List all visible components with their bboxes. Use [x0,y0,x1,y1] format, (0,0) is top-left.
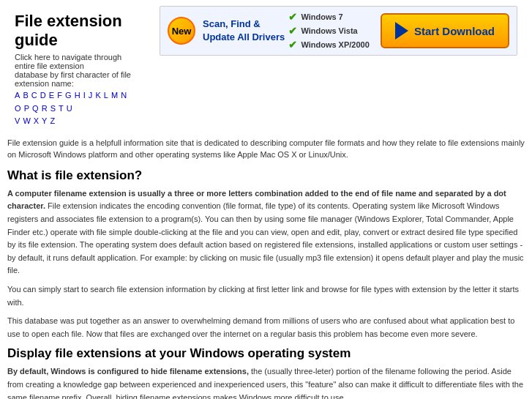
alpha-link-E[interactable]: E [49,91,54,100]
alpha-link-Q[interactable]: Q [32,104,39,113]
alpha-link-Z[interactable]: Z [50,116,55,125]
page: File extension guide Click here to navig… [0,0,532,399]
os-item-win7: ✔ Windows 7 [288,11,369,23]
alpha-link-V[interactable]: V [15,116,20,125]
left-panel: File extension guide Click here to navig… [0,0,146,137]
check-icon-win7: ✔ [288,11,297,23]
alpha-link-O[interactable]: O [15,104,21,113]
ad-os-list: ✔ Windows 7 ✔ Windows Vista ✔ Windows XP… [288,11,369,51]
alpha-nav: A B C D E F G H I J K L M N O P Q [15,89,133,128]
page-title: File extension guide [15,12,133,50]
section1-para3: This database was put together as an ans… [7,315,525,340]
download-button[interactable]: Start Download [381,13,509,48]
alpha-link-P[interactable]: P [24,104,29,113]
alpha-link-T[interactable]: T [59,104,64,113]
alpha-link-G[interactable]: G [65,91,72,100]
section2-bold: By default, Windows is configured to hid… [7,367,249,376]
section1-heading: What is file extension? [7,168,525,183]
top-area: File extension guide Click here to navig… [0,0,532,137]
new-badge: New [168,17,195,45]
alpha-link-X[interactable]: X [34,116,39,125]
right-panel: New Scan, Find & Update All Drivers ✔ Wi… [146,0,532,137]
alpha-link-Y[interactable]: Y [42,116,47,125]
alpha-link-W[interactable]: W [23,116,30,125]
ad-banner[interactable]: New Scan, Find & Update All Drivers ✔ Wi… [160,6,517,56]
alpha-link-K[interactable]: K [95,91,100,100]
check-icon-vista: ✔ [288,25,297,37]
check-icon-xp: ✔ [288,39,297,51]
alpha-link-S[interactable]: S [50,104,56,113]
nav-description: Click here to navigate through entire fi… [15,53,133,88]
section2-para1: By default, Windows is configured to hid… [7,365,525,399]
alpha-link-J[interactable]: J [89,91,93,100]
alpha-link-L[interactable]: L [104,91,108,100]
section1-bold: A computer filename extension is usually… [7,189,506,211]
alpha-link-H[interactable]: H [75,91,80,100]
alpha-link-N[interactable]: N [121,91,127,100]
download-arrow-icon [395,22,408,40]
alpha-link-F[interactable]: F [57,91,62,100]
ad-left: New Scan, Find & Update All Drivers [168,17,285,45]
intro-text: File extension guide is a helpfull infor… [7,137,525,161]
alpha-link-M[interactable]: M [111,91,118,100]
alpha-link-I[interactable]: I [83,91,86,100]
alpha-link-C[interactable]: C [31,91,37,100]
ad-text: Scan, Find & Update All Drivers [203,18,285,44]
os-item-vista: ✔ Windows Vista [288,25,369,37]
alpha-link-U[interactable]: U [67,104,72,113]
alpha-link-R[interactable]: R [42,104,48,113]
header: File extension guide Click here to navig… [7,6,141,131]
section1-para2: You can simply start to search file exte… [7,283,525,309]
alpha-link-B[interactable]: B [23,91,28,100]
alpha-link-D[interactable]: D [40,91,46,100]
section1-para1: A computer filename extension is usually… [7,187,525,277]
os-item-xp: ✔ Windows XP/2000 [288,39,369,51]
alpha-link-A[interactable]: A [15,91,20,100]
main-content: File extension guide is a helpfull infor… [0,137,532,399]
section2-heading: Display file extensions at your Windows … [7,346,525,361]
